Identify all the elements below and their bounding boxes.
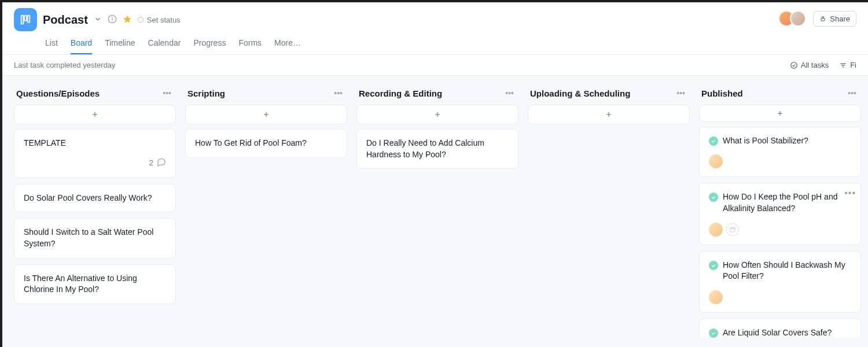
subheader-right: All tasks Fi: [790, 61, 856, 69]
status-dot-icon: [138, 17, 144, 23]
card-menu-icon[interactable]: •••: [844, 187, 856, 200]
board-column: Published•••What is Pool Stabilizer?How …: [699, 85, 861, 338]
app-frame: Podcast Set status: [2, 2, 868, 347]
column-header: Questions/Episodes•••: [14, 85, 176, 105]
tab-progress[interactable]: Progress: [193, 35, 226, 54]
add-task-button[interactable]: [14, 105, 176, 124]
tab-calendar[interactable]: Calendar: [148, 35, 181, 54]
assignee-avatar[interactable]: [709, 223, 723, 237]
task-title: How To Get Rid of Pool Foam?: [195, 138, 337, 149]
lock-icon: [819, 15, 826, 22]
task-title: Is There An Alternative to Using Chlorin…: [24, 273, 166, 296]
card-list: How To Get Rid of Pool Foam?: [185, 129, 347, 158]
project-icon[interactable]: [14, 8, 37, 31]
completed-check-icon: [709, 136, 718, 146]
due-date-placeholder-icon[interactable]: [726, 223, 739, 236]
add-task-button[interactable]: [528, 105, 690, 124]
share-button[interactable]: Share: [813, 11, 856, 27]
chevron-down-icon[interactable]: [94, 15, 102, 25]
completed-check-icon: [709, 328, 718, 338]
tab-more[interactable]: More…: [274, 35, 301, 54]
completed-check-icon: [709, 261, 718, 270]
task-card[interactable]: How Do I Keep the Pool pH and Alkalinity…: [699, 183, 861, 245]
avatar[interactable]: [790, 10, 806, 27]
add-task-button[interactable]: [185, 105, 347, 124]
column-title[interactable]: Scripting: [187, 88, 225, 98]
task-card[interactable]: How To Get Rid of Pool Foam?: [185, 129, 347, 158]
column-title[interactable]: Uploading & Scheduling: [530, 88, 630, 98]
filter-label: Fi: [850, 61, 856, 69]
board-column: Scripting•••How To Get Rid of Pool Foam?: [185, 85, 347, 338]
header-right: Share: [778, 10, 856, 27]
column-title[interactable]: Recording & Editing: [359, 88, 442, 98]
task-title: How Often Should I Backwash My Pool Filt…: [709, 260, 851, 282]
tab-list[interactable]: List: [45, 35, 58, 54]
task-title: Do Solar Pool Covers Really Work?: [24, 193, 166, 204]
board-column: Uploading & Scheduling•••: [528, 85, 690, 338]
task-title-text: Are Liquid Solar Covers Safe?: [723, 327, 832, 338]
tab-forms[interactable]: Forms: [238, 35, 262, 54]
svg-rect-2: [28, 16, 30, 23]
column-header: Recording & Editing•••: [356, 85, 518, 105]
column-header: Published•••: [699, 85, 861, 105]
svg-marker-6: [123, 15, 131, 23]
check-circle-icon: [790, 61, 798, 69]
svg-rect-0: [21, 16, 24, 24]
column-title[interactable]: Questions/Episodes: [16, 88, 100, 98]
tab-board[interactable]: Board: [71, 35, 92, 54]
assignee-avatar[interactable]: [709, 154, 723, 168]
column-header: Scripting•••: [185, 85, 347, 105]
view-tabs: ListBoardTimelineCalendarProgressFormsMo…: [45, 35, 856, 54]
task-card[interactable]: Do I Really Need to Add Calcium Hardness…: [356, 129, 518, 169]
project-title[interactable]: Podcast: [43, 13, 88, 27]
all-tasks-label: All tasks: [801, 61, 829, 69]
card-meta: [709, 154, 851, 168]
column-menu-icon[interactable]: •••: [332, 87, 345, 99]
svg-point-5: [112, 17, 112, 17]
svg-rect-1: [24, 16, 27, 21]
info-icon[interactable]: [108, 14, 117, 25]
task-card[interactable]: What is Pool Stabilizer?: [699, 127, 861, 178]
board-canvas[interactable]: Questions/Episodes•••TEMPLATE2Do Solar P…: [2, 76, 868, 347]
add-task-button[interactable]: [356, 105, 518, 124]
card-meta: [709, 223, 851, 237]
tab-timeline[interactable]: Timeline: [105, 35, 135, 54]
task-card[interactable]: Should I Switch to a Salt Water Pool Sys…: [14, 218, 176, 258]
title-block: Podcast Set status: [43, 13, 181, 27]
board-column: Questions/Episodes•••TEMPLATE2Do Solar P…: [14, 85, 176, 338]
task-card[interactable]: How Often Should I Backwash My Pool Filt…: [699, 251, 861, 313]
card-meta: [709, 290, 851, 304]
task-card[interactable]: Do Solar Pool Covers Really Work?: [14, 184, 176, 213]
task-title-text: How Often Should I Backwash My Pool Filt…: [723, 260, 851, 282]
task-card[interactable]: Are Liquid Solar Covers Safe?: [699, 319, 861, 338]
board-subheader: Last task completed yesterday All tasks …: [2, 55, 868, 76]
set-status-button[interactable]: Set status: [138, 16, 181, 24]
task-title: Should I Switch to a Salt Water Pool Sys…: [24, 227, 166, 249]
column-menu-icon[interactable]: •••: [503, 87, 516, 99]
column-menu-icon[interactable]: •••: [674, 87, 687, 99]
share-label: Share: [830, 14, 850, 23]
last-completed-text: Last task completed yesterday: [14, 61, 116, 69]
task-card[interactable]: TEMPLATE2: [14, 129, 176, 178]
project-header: Podcast Set status: [2, 2, 868, 55]
member-avatars[interactable]: [778, 10, 806, 27]
assignee-avatar[interactable]: [709, 290, 723, 304]
star-icon[interactable]: [123, 14, 132, 25]
filter-button[interactable]: Fi: [839, 61, 856, 69]
card-list: What is Pool Stabilizer?How Do I Keep th…: [699, 127, 861, 338]
column-menu-icon[interactable]: •••: [160, 87, 174, 99]
card-meta: 2: [24, 157, 166, 169]
header-top-row: Podcast Set status: [14, 8, 856, 31]
task-title: How Do I Keep the Pool pH and Alkalinity…: [709, 191, 851, 214]
column-menu-icon[interactable]: •••: [845, 87, 859, 99]
svg-point-8: [791, 62, 797, 68]
task-title: Are Liquid Solar Covers Safe?: [709, 327, 851, 338]
card-list: TEMPLATE2Do Solar Pool Covers Really Wor…: [14, 129, 176, 304]
column-title[interactable]: Published: [701, 88, 743, 98]
task-card[interactable]: Is There An Alternative to Using Chlorin…: [14, 264, 176, 304]
task-title: What is Pool Stabilizer?: [709, 135, 851, 147]
add-task-button[interactable]: [699, 105, 861, 122]
svg-rect-22: [730, 227, 735, 232]
all-tasks-filter[interactable]: All tasks: [790, 61, 829, 69]
task-title-text: What is Pool Stabilizer?: [723, 135, 808, 147]
